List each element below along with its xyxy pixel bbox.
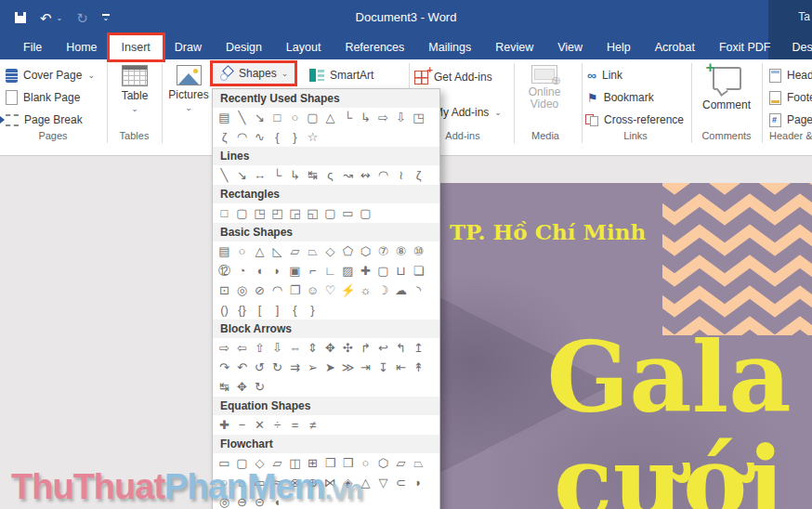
right-arrow-shape-icon[interactable]: ⇨ [216, 339, 233, 357]
curved-down-arrow-shape-icon[interactable]: ↻ [268, 359, 286, 376]
round-single-corner-rectangle-shape-icon[interactable]: ▢ [321, 204, 339, 222]
stored-data-shape-icon[interactable]: ⊂ [392, 474, 410, 491]
striped-right-arrow-shape-icon[interactable]: ⇉ [286, 359, 304, 376]
pictures-button[interactable]: Pictures ⌄ [164, 65, 214, 112]
lightning-bolt-shape-icon[interactable]: ⚡ [339, 281, 357, 299]
tab-help[interactable]: Help [595, 35, 643, 59]
arc-shape-icon[interactable]: ◠ [233, 128, 251, 146]
bent-up-arrow-shape-icon[interactable]: ↥ [410, 339, 427, 357]
chord-shape-icon[interactable]: ◖ [251, 262, 268, 280]
right-bracket-shape-icon[interactable]: ] [268, 301, 286, 319]
tab-references[interactable]: References [333, 35, 416, 59]
line-arrow-shape-icon[interactable]: ↘ [233, 166, 251, 184]
right-brace-shape-icon[interactable]: } [304, 301, 321, 319]
isosceles-triangle-shape-icon[interactable]: △ [321, 109, 339, 126]
page-break-button[interactable]: Page Break [6, 111, 83, 129]
snip-diagonal-corner-rectangle-shape-icon[interactable]: ◲ [286, 204, 304, 222]
elbow-arrow-connector-shape-icon[interactable]: ↳ [357, 109, 374, 126]
heart-shape-icon[interactable]: ♡ [321, 281, 339, 299]
donut-shape-icon[interactable]: ◎ [233, 281, 251, 299]
manual-operation-shape-icon[interactable]: ⏢ [410, 454, 427, 472]
l-shape-shape-icon[interactable]: ∟ [321, 262, 339, 280]
cube-shape-icon[interactable]: ❏ [410, 262, 427, 280]
octagon-shape-icon[interactable]: ⑧ [392, 242, 410, 260]
left-brace-shape-icon[interactable]: { [286, 301, 304, 319]
page-number-button[interactable]: Page Number [769, 111, 812, 129]
snip-same-side-corner-rectangle-shape-icon[interactable]: ◰ [268, 204, 286, 222]
down-arrow-shape-icon[interactable]: ⇩ [268, 339, 286, 357]
u-turn-arrow-shape-icon[interactable]: ↩ [374, 339, 392, 357]
up-arrow-callout-shape-icon[interactable]: ↟ [410, 359, 427, 376]
text-box-shape-icon[interactable]: ▤ [216, 109, 233, 126]
customize-quick-access-toolbar-icon[interactable]: ⌄ [102, 14, 110, 21]
curved-left-arrow-shape-icon[interactable]: ↶ [233, 359, 251, 376]
snip-single-corner-rectangle-shape-icon[interactable]: ◳ [251, 204, 268, 222]
document-page[interactable]: TP. Hồ Chí Minh Gala cưới [427, 183, 812, 509]
curved-connector-shape-icon[interactable]: ς [321, 166, 339, 184]
arc-shape-icon[interactable]: ◠ [374, 166, 392, 184]
cross-reference-button[interactable]: Cross-reference [585, 111, 684, 129]
tab-insert[interactable]: Insert [110, 35, 163, 59]
right-brace-shape-icon[interactable]: } [286, 128, 304, 146]
header-button[interactable]: Header [769, 66, 812, 85]
blank-page-button[interactable]: Blank Page [6, 88, 80, 107]
down-arrow-callout-shape-icon[interactable]: ↧ [374, 359, 392, 376]
right-arrow-shape-icon[interactable]: ⇨ [374, 109, 392, 126]
block-arc-shape-icon[interactable]: ◠ [268, 281, 286, 299]
round-single-corner-rectangle-shape-icon[interactable]: ◳ [410, 109, 427, 126]
half-frame-shape-icon[interactable]: ⌐ [304, 262, 321, 280]
tab-design[interactable]: Design [214, 35, 274, 59]
isosceles-triangle-shape-icon[interactable]: △ [251, 242, 268, 260]
shapes-button[interactable]: Shapes ⌄ [210, 60, 297, 86]
no-symbol-shape-icon[interactable]: ⊘ [251, 281, 268, 299]
smartart-button[interactable]: SmartArt [309, 66, 373, 85]
tab-mailings[interactable]: Mailings [416, 35, 483, 59]
curved-arrow-connector-shape-icon[interactable]: ↝ [339, 166, 357, 184]
diagonal-stripe-shape-icon[interactable]: ▨ [339, 262, 357, 280]
star-5-point-shape-icon[interactable]: ☆ [304, 128, 321, 146]
curved-up-arrow-shape-icon[interactable]: ↺ [251, 359, 268, 376]
elbow-connector-shape-icon[interactable]: └ [339, 109, 357, 126]
up-down-arrow-shape-icon[interactable]: ⇕ [304, 339, 321, 357]
table-button[interactable]: Table ⌄ [110, 65, 160, 113]
chevron-arrow-shape-icon[interactable]: ≫ [339, 359, 357, 376]
cross-shape-icon[interactable]: ✚ [357, 262, 374, 280]
elbow-arrow-connector-shape-icon[interactable]: ↳ [286, 166, 304, 184]
snip-and-round-single-corner-rectangle-shape-icon[interactable]: ◱ [304, 204, 321, 222]
quad-arrow-callout-shape-icon[interactable]: ✥ [233, 378, 251, 396]
freeform-shape-icon[interactable]: ≀ [392, 166, 410, 184]
double-brace-shape-icon[interactable]: {} [233, 301, 251, 319]
smiley-face-shape-icon[interactable]: ☺ [304, 281, 321, 299]
line-shape-icon[interactable]: ╲ [233, 109, 251, 126]
scribble-shape-icon[interactable]: ζ [410, 166, 427, 184]
curve-shape-icon[interactable]: ∿ [251, 128, 268, 146]
line-double-arrow-shape-icon[interactable]: ↔ [251, 166, 268, 184]
equal-shape-icon[interactable]: = [286, 416, 304, 434]
left-arrow-callout-shape-icon[interactable]: ⇤ [392, 359, 410, 376]
regular-pentagon-shape-icon[interactable]: ⬠ [339, 242, 357, 260]
left-brace-shape-icon[interactable]: { [268, 128, 286, 146]
undo-icon[interactable]: ↶ [40, 11, 52, 25]
footer-button[interactable]: Footer [769, 88, 812, 107]
not-equal-shape-icon[interactable]: ≠ [304, 416, 321, 434]
bent-arrow-shape-icon[interactable]: ↱ [357, 339, 374, 357]
cover-page-button[interactable]: Cover Page ⌄ [6, 66, 95, 85]
merge-shape-icon[interactable]: ▽ [374, 474, 392, 491]
pentagon-arrow-shape-icon[interactable]: ➤ [321, 359, 339, 376]
rectangle-shape-icon[interactable]: □ [268, 109, 286, 126]
parallelogram-shape-icon[interactable]: ▱ [286, 242, 304, 260]
rounded-rectangle-shape-icon[interactable]: ▢ [233, 204, 251, 222]
notched-right-arrow-shape-icon[interactable]: ➢ [304, 359, 321, 376]
tab-home[interactable]: Home [54, 35, 109, 59]
rounded-rectangle-shape-icon[interactable]: ▢ [304, 109, 321, 126]
manual-input-shape-icon[interactable]: ▱ [392, 454, 410, 472]
can-shape-icon[interactable]: ⊔ [392, 262, 410, 280]
tab-design-contextual[interactable]: Design [782, 35, 812, 59]
multiplication-shape-icon[interactable]: ✕ [251, 416, 268, 434]
tab-view[interactable]: View [545, 35, 595, 59]
frame-shape-icon[interactable]: ▣ [286, 262, 304, 280]
teardrop-shape-icon[interactable]: ◗ [268, 262, 286, 280]
down-arrow-shape-icon[interactable]: ⇩ [392, 109, 410, 126]
oval-shape-icon[interactable]: ○ [233, 242, 251, 260]
folded-corner-shape-icon[interactable]: ❐ [286, 281, 304, 299]
